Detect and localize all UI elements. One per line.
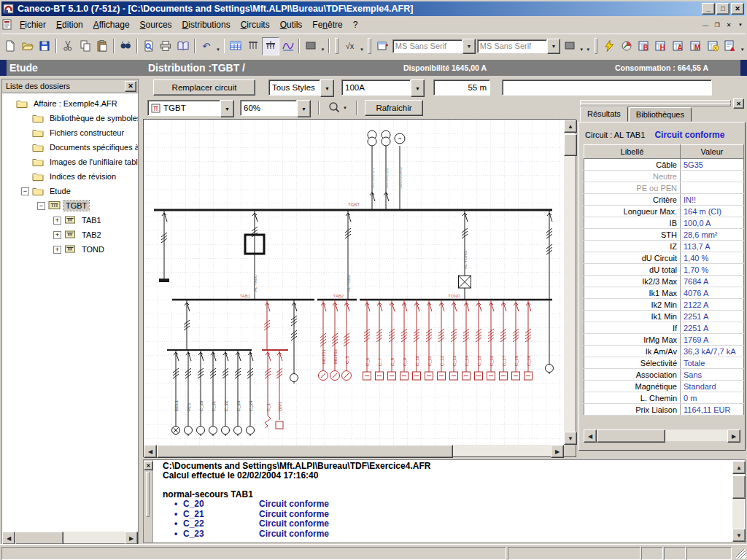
one-line-diagram-icon[interactable] xyxy=(262,37,279,55)
menu-affichage[interactable]: Affichage xyxy=(88,17,135,33)
resize-grip[interactable] xyxy=(736,549,746,559)
undo-dropdown-icon[interactable]: ▼ xyxy=(215,38,222,55)
report-hd-icon[interactable]: H xyxy=(653,37,670,55)
minimize-button[interactable]: _ xyxy=(702,3,715,15)
result-row[interactable]: dU total 1,70 % xyxy=(584,264,744,276)
app-icon[interactable] xyxy=(3,3,15,15)
report-sum-icon[interactable] xyxy=(721,37,739,55)
menu-fichier[interactable]: Fichier xyxy=(15,17,51,33)
zoom-tool-dropdown-icon[interactable]: ▼ xyxy=(341,101,349,115)
replace-circuit-button[interactable]: Remplacer circuit xyxy=(153,79,255,96)
output-circuit-row[interactable]: • C_23 Circuit conforme xyxy=(154,529,732,540)
scroll-left-icon[interactable]: ◀ xyxy=(584,429,597,443)
result-row[interactable]: Association Sans xyxy=(584,369,744,381)
tab-bibliotheques[interactable]: Bibliothèques xyxy=(629,107,692,122)
tree-item-affaire-exemple4-afr[interactable]: Affaire : Exemple4.AFR xyxy=(2,96,138,111)
output-circuit-row[interactable]: • C_20 Circuit conforme xyxy=(154,499,732,510)
close-icon[interactable]: ✕ xyxy=(125,81,136,92)
scroll-left-icon[interactable]: ◀ xyxy=(144,445,157,458)
zoom-select[interactable]: 60%▼ xyxy=(240,100,311,116)
undo-icon[interactable]: ↶ xyxy=(198,37,215,55)
result-row[interactable]: Longueur Max. 164 m (CI) xyxy=(584,206,744,217)
plus-expander-icon[interactable]: + xyxy=(53,217,61,225)
mdi-restore-icon[interactable]: ❐ xyxy=(712,20,722,30)
result-row[interactable]: Ik1 Min 2251 A xyxy=(584,311,744,322)
result-row[interactable]: PE ou PEN xyxy=(584,182,744,194)
diagram-canvas[interactable]: TGBTSOURCE1SOURCE2~SECOURSAL TAB1TAB1AL … xyxy=(144,120,564,445)
result-row[interactable]: Neutre xyxy=(584,171,744,182)
tree-item-etude[interactable]: −Etude xyxy=(2,184,138,198)
result-row[interactable]: Sélectivité Totale xyxy=(584,357,744,369)
report-x-icon[interactable] xyxy=(705,37,722,55)
result-row[interactable]: IB 100,0 A xyxy=(584,217,744,229)
close-button[interactable]: ✕ xyxy=(731,3,744,15)
scroll-right-icon[interactable]: ▶ xyxy=(551,445,564,458)
fill-color-dropdown-icon[interactable]: ▼ xyxy=(320,38,326,55)
free-text-input[interactable] xyxy=(502,79,712,96)
menu-help[interactable]: ? xyxy=(348,17,363,33)
scrollbar-thumb[interactable] xyxy=(15,532,63,545)
search-icon[interactable] xyxy=(117,37,134,55)
menu-circuits[interactable]: Circuits xyxy=(236,17,275,33)
paste-icon[interactable] xyxy=(94,37,112,55)
chevron-down-icon[interactable]: ▼ xyxy=(320,79,334,97)
result-row[interactable]: If 2251 A xyxy=(584,322,744,334)
open-icon[interactable] xyxy=(19,37,36,55)
chevron-down-icon[interactable]: ▼ xyxy=(220,100,234,117)
tree-item-tond[interactable]: +TOND xyxy=(2,242,138,257)
chevron-down-icon[interactable]: ▼ xyxy=(462,39,476,54)
close-icon[interactable]: ✕ xyxy=(144,461,153,470)
fill-color-icon[interactable] xyxy=(302,37,320,55)
zoom-tool-icon[interactable] xyxy=(327,101,341,115)
scroll-down-icon[interactable]: ▼ xyxy=(564,432,577,445)
font-select-2[interactable]: MS Sans Serif▼ xyxy=(477,39,560,54)
menu-distributions[interactable]: Distributions xyxy=(177,17,236,33)
menu-outils[interactable]: Outils xyxy=(275,17,308,33)
result-row[interactable]: Ik2 Min 2122 A xyxy=(584,299,744,311)
scroll-up-icon[interactable]: ▲ xyxy=(732,461,746,474)
result-row[interactable]: Ik Am/Av 36,3 kA/7,7 kA xyxy=(584,346,744,357)
folders-hscrollbar[interactable]: ◀ ▶ xyxy=(2,532,138,543)
toolbar-overflow-icon[interactable]: ▼ xyxy=(739,38,746,55)
tree-item-images-de-l-unifilaire-tableau[interactable]: Images de l'unifilaire tableau xyxy=(2,155,138,169)
results-panel-grip[interactable]: ✕ xyxy=(578,98,746,106)
result-row[interactable]: Ik2/3 Max 7684 A xyxy=(584,276,744,287)
plus-expander-icon[interactable]: + xyxy=(53,246,61,254)
menu-sources[interactable]: Sources xyxy=(135,17,177,33)
result-row[interactable]: Ik1 Max 4076 A xyxy=(584,287,744,299)
cut-icon[interactable] xyxy=(59,37,77,55)
output-circuit-row[interactable]: • C_21 Circuit conforme xyxy=(154,510,732,520)
tree-item-tab1[interactable]: +TAB1 xyxy=(2,213,138,228)
document-icon[interactable] xyxy=(1,19,15,31)
result-row[interactable]: dU Circuit 1,40 % xyxy=(584,252,744,264)
oneline-diagram[interactable]: TGBTSOURCE1SOURCE2~SECOURSAL TAB1TAB1AL … xyxy=(144,120,564,445)
scrollbar-thumb[interactable] xyxy=(157,445,453,458)
table-icon[interactable] xyxy=(227,37,244,55)
menu-overflow-icon[interactable]: ▼ xyxy=(735,20,746,30)
board-select[interactable]: TGBT ▼ xyxy=(147,100,234,116)
book-icon[interactable] xyxy=(174,37,192,55)
copy-icon[interactable] xyxy=(77,37,94,55)
report-bd-icon[interactable]: B xyxy=(635,37,653,55)
color-dropdown-icon[interactable]: ▼ xyxy=(578,38,585,55)
result-row[interactable]: IZ 113,7 A xyxy=(584,241,744,252)
tree-item-tab2[interactable]: +TAB2 xyxy=(2,228,138,242)
report-a-icon[interactable]: A xyxy=(670,37,687,55)
menu-fentre[interactable]: Fenêtre xyxy=(307,17,347,33)
scroll-right-icon[interactable]: ▶ xyxy=(727,429,740,443)
length-input[interactable] xyxy=(433,79,490,96)
save-icon[interactable] xyxy=(36,37,53,55)
report-m-icon[interactable]: M xyxy=(687,37,705,55)
scrollbar-thumb[interactable] xyxy=(732,475,746,499)
minus-expander-icon[interactable]: − xyxy=(21,187,29,195)
minus-expander-icon[interactable]: − xyxy=(37,202,45,210)
font-select-1[interactable]: MS Sans Serif▼ xyxy=(392,39,476,54)
mdi-minimize-icon[interactable]: — xyxy=(700,20,711,30)
mdi-close-icon[interactable]: ✕ xyxy=(724,20,734,30)
tree-item-fichiers-constructeur[interactable]: Fichiers constructeur xyxy=(2,125,138,140)
print-preview-icon[interactable] xyxy=(140,37,158,55)
result-row[interactable]: STH 28,6 mm² xyxy=(584,229,744,241)
tab-resultats[interactable]: Résultats xyxy=(580,106,628,122)
result-row[interactable]: IrMg Max 1769 A xyxy=(584,334,744,346)
formula-icon[interactable]: √x xyxy=(341,37,359,55)
